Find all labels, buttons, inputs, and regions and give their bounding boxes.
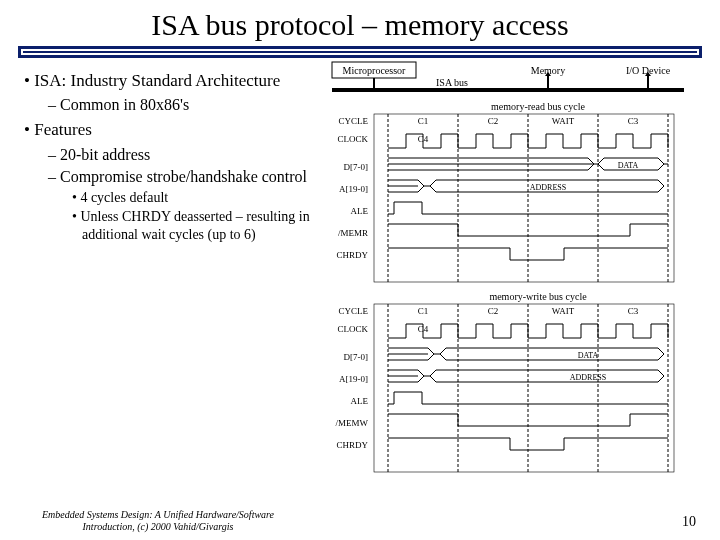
svg-text:A[19-0]: A[19-0] [339, 374, 368, 384]
timing-diagram: Microprocessor Memory I/O Device ISA bus… [328, 60, 688, 490]
sig-addr: A[19-0] [339, 184, 368, 194]
sig-ale: ALE [351, 206, 369, 216]
box-microprocessor: Microprocessor [343, 65, 406, 76]
slide-title: ISA bus protocol – memory access [0, 0, 720, 46]
svg-text:ADDRESS: ADDRESS [570, 373, 606, 382]
bullet-column: ISA: Industry Standard Architecture Comm… [18, 66, 328, 245]
sig-clock: CLOCK [337, 134, 368, 144]
svg-text:WAIT: WAIT [552, 306, 575, 316]
isa-bus-label: ISA bus [436, 77, 468, 88]
bullet-l3: Unless CHRDY deasserted – resulting in a… [72, 208, 328, 243]
sig-memr: /MEMR [338, 228, 368, 238]
bullet-l3: 4 cycles default [72, 189, 328, 207]
page-number: 10 [682, 514, 696, 530]
data-label: DATA [618, 161, 639, 170]
svg-text:C1: C1 [418, 116, 429, 126]
read-title: memory-read bus cycle [491, 101, 585, 112]
bullet-l2: 20-bit address [48, 145, 328, 165]
svg-text:C2: C2 [488, 116, 499, 126]
footer-citation: Embedded Systems Design: A Unified Hardw… [18, 509, 298, 532]
bullet-l1: ISA: Industry Standard Architecture [24, 70, 328, 91]
svg-text:CHRDY: CHRDY [336, 440, 368, 450]
sig-chrdy: CHRDY [336, 250, 368, 260]
svg-text:CYCLE: CYCLE [338, 306, 368, 316]
svg-text:CLOCK: CLOCK [337, 324, 368, 334]
svg-text:ALE: ALE [351, 396, 369, 406]
sig-cycle: CYCLE [338, 116, 368, 126]
svg-text:WAIT: WAIT [552, 116, 575, 126]
sig-data: D[7-0] [344, 162, 369, 172]
svg-text:C3: C3 [628, 306, 639, 316]
bullet-l2: Common in 80x86's [48, 95, 328, 115]
svg-text:C3: C3 [628, 116, 639, 126]
addr-label: ADDRESS [530, 183, 566, 192]
diagram-column: Microprocessor Memory I/O Device ISA bus… [328, 66, 702, 245]
write-title: memory-write bus cycle [489, 291, 587, 302]
title-rule [18, 46, 702, 58]
svg-text:C1: C1 [418, 306, 429, 316]
svg-text:D[7-0]: D[7-0] [344, 352, 369, 362]
bullet-l2: Compromise strobe/handshake control [48, 167, 328, 187]
svg-text:DATA: DATA [578, 351, 599, 360]
svg-text:C2: C2 [488, 306, 499, 316]
sig-memw: /MEMW [336, 418, 369, 428]
bullet-l1: Features [24, 119, 328, 140]
